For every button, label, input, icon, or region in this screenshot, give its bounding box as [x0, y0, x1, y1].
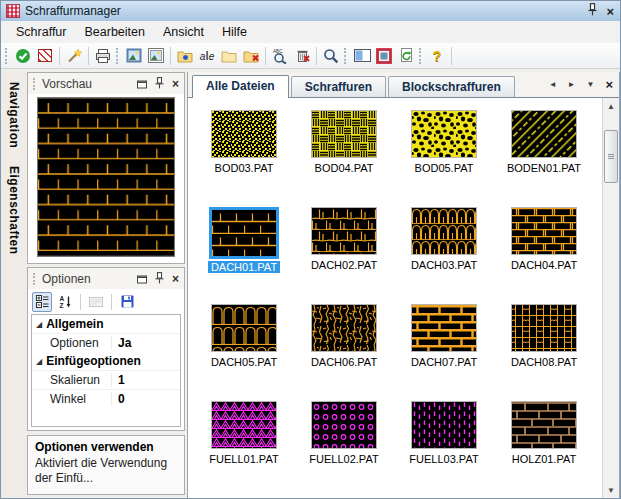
layout-panels-button[interactable] — [351, 45, 373, 67]
menu-hilfe[interactable]: Hilfe — [213, 22, 256, 42]
refresh-button[interactable] — [395, 45, 417, 67]
menu-bearbeiten[interactable]: Bearbeiten — [76, 22, 154, 42]
pattern-item[interactable]: DACH08.PAT — [494, 304, 594, 401]
window-title: Schraffurmanager — [25, 4, 121, 18]
vorschau-title-bar[interactable]: Vorschau × — [28, 73, 184, 94]
tab-blockschraffuren[interactable]: Blockschraffuren — [388, 76, 515, 97]
property-value[interactable]: Ja — [118, 336, 131, 350]
close-panel-icon[interactable]: × — [172, 273, 179, 285]
copy-file-button[interactable] — [218, 45, 240, 67]
pattern-item[interactable]: FUELL01.PAT — [194, 401, 294, 498]
pattern-name: BOD03.PAT — [215, 162, 274, 174]
delete-item-button[interactable] — [291, 45, 313, 67]
pattern-list-area: BOD03.PAT BOD04.PAT BOD05.PAT BODEN01.PA… — [188, 98, 619, 498]
pattern-item[interactable]: DACH06.PAT — [294, 304, 394, 401]
pin-button[interactable] — [588, 2, 597, 20]
pattern-thumbnail — [511, 304, 577, 352]
help-button[interactable]: ? — [426, 45, 448, 67]
pattern-name: DACH01.PAT — [208, 261, 280, 273]
categorized-view-button[interactable] — [32, 292, 52, 312]
vertical-scrollbar[interactable]: ▲ ▼ — [602, 98, 619, 498]
find-text-button[interactable]: ABC — [269, 45, 291, 67]
menu-ansicht[interactable]: Ansicht — [154, 22, 213, 42]
pin-icon[interactable] — [155, 270, 164, 288]
side-tab-navigation[interactable]: Navigation — [7, 80, 21, 150]
pattern-item[interactable]: BOD03.PAT — [194, 110, 294, 207]
scrollbar-thumb[interactable] — [604, 130, 618, 183]
preview-frame-button[interactable] — [145, 45, 167, 67]
pattern-item[interactable]: DACH07.PAT — [394, 304, 494, 401]
toolbar: aIe ABC ? — [1, 43, 620, 69]
preview-image-button[interactable] — [123, 45, 145, 67]
print-button[interactable] — [92, 45, 114, 67]
delete-folder-button[interactable] — [240, 45, 262, 67]
pattern-name: FUELL03.PAT — [409, 453, 478, 465]
tab-alle-dateien[interactable]: Alle Dateien — [192, 75, 289, 98]
pattern-item[interactable]: FUELL02.PAT — [294, 401, 394, 498]
scroll-tabs-right-icon[interactable]: ► — [568, 81, 576, 89]
pattern-item[interactable]: BODEN01.PAT — [494, 110, 594, 207]
pattern-thumbnail — [511, 401, 577, 449]
pattern-thumbnail — [411, 401, 477, 449]
ok-check-button[interactable] — [12, 45, 34, 67]
float-window-icon[interactable] — [137, 270, 147, 288]
pattern-thumbnail — [311, 401, 377, 449]
toolbar-grip[interactable] — [5, 48, 10, 64]
hatch-sample-button[interactable] — [34, 45, 56, 67]
pattern-item[interactable]: DACH05.PAT — [194, 304, 294, 401]
pattern-item[interactable]: FUELL03.PAT — [394, 401, 494, 498]
pattern-item[interactable]: DACH03.PAT — [394, 207, 494, 304]
pattern-thumbnail — [311, 207, 377, 255]
toolbar-grip[interactable] — [419, 48, 424, 64]
pattern-item[interactable]: DACH04.PAT — [494, 207, 594, 304]
pattern-thumbnail — [311, 110, 377, 158]
pattern-name: DACH08.PAT — [511, 356, 577, 368]
close-icon[interactable]: × — [606, 5, 614, 18]
pattern-thumbnail — [211, 304, 277, 352]
scroll-down-icon[interactable]: ▼ — [603, 482, 619, 498]
category-einfuegeoptionen[interactable]: ◢Einfügeoptionen — [32, 352, 180, 370]
pattern-thumbnail — [411, 207, 477, 255]
pattern-item[interactable]: BOD04.PAT — [294, 110, 394, 207]
pattern-name: FUELL02.PAT — [309, 453, 378, 465]
toolbar-grip[interactable] — [344, 48, 349, 64]
rename-button[interactable]: aIe — [196, 45, 218, 67]
preview-area — [28, 94, 184, 263]
float-window-icon[interactable] — [137, 75, 147, 93]
tab-list-icon[interactable]: ▼ — [586, 81, 594, 89]
property-name: Optionen — [50, 336, 112, 350]
scroll-tabs-left-icon[interactable]: ◄ — [549, 81, 557, 89]
close-panel-icon[interactable]: × — [172, 78, 179, 90]
pattern-name: BOD04.PAT — [315, 162, 374, 174]
magic-wand-button[interactable] — [63, 45, 85, 67]
pattern-item-selected[interactable]: DACH01.PAT — [194, 207, 294, 304]
pattern-thumbnail — [211, 110, 277, 158]
property-value[interactable]: 0 — [118, 392, 125, 406]
pin-icon[interactable] — [155, 75, 164, 93]
menu-schraffur[interactable]: Schraffur — [7, 22, 76, 42]
panel-grip — [33, 273, 37, 285]
toolbar-grip[interactable] — [116, 48, 121, 64]
zoom-button[interactable] — [320, 45, 342, 67]
property-pages-button[interactable] — [86, 292, 106, 312]
hatch-display-button[interactable] — [373, 45, 395, 67]
optionen-title-bar[interactable]: Optionen × — [28, 268, 184, 289]
property-row-optionen: Optionen Ja — [32, 333, 180, 352]
sort-alphabetical-button[interactable]: AZ — [55, 292, 75, 312]
close-tab-icon[interactable]: × — [605, 78, 613, 91]
tab-schraffuren[interactable]: Schraffuren — [291, 76, 386, 97]
property-grid: ◢Allgemein Optionen Ja ◢Einfügeoptionen … — [31, 314, 181, 427]
category-allgemein[interactable]: ◢Allgemein — [32, 315, 180, 333]
property-description-box: Optionen verwenden Aktiviert die Verwend… — [27, 435, 185, 495]
property-value[interactable]: 1 — [118, 373, 125, 387]
scrollbar-track[interactable] — [603, 114, 619, 482]
scroll-up-icon[interactable]: ▲ — [603, 98, 619, 114]
pattern-item[interactable]: DACH02.PAT — [294, 207, 394, 304]
save-button[interactable] — [117, 292, 137, 312]
pattern-item[interactable]: BOD05.PAT — [394, 110, 494, 207]
side-tab-eigenschaften[interactable]: Eigenschaften — [7, 164, 21, 257]
new-folder-button[interactable] — [174, 45, 196, 67]
pattern-item[interactable]: HOLZ01.PAT — [494, 401, 594, 498]
pattern-name: BOD05.PAT — [415, 162, 474, 174]
pattern-thumbnail — [411, 304, 477, 352]
